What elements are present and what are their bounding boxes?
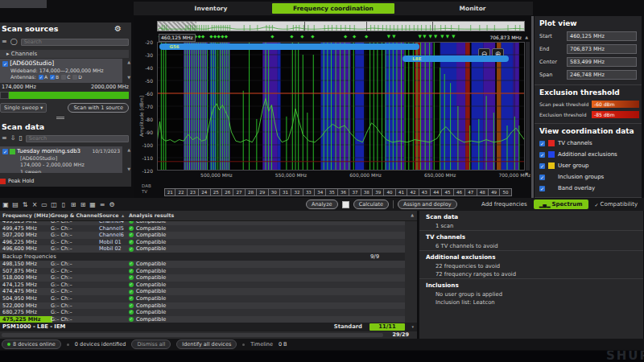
frequency-marker-diamond-icon[interactable]: ◆ [311,34,314,39]
field-value[interactable]: 246,748 MHz [567,70,637,80]
frequency-marker-triangle-icon[interactable]: ▼ [440,34,444,39]
import-icon[interactable]: ⇩ [10,134,16,142]
frequency-marker-diamond-icon[interactable]: ◆ [197,34,200,39]
frequency-marker-diamond-icon[interactable]: ◆ [365,34,368,39]
frequency-marker-diamond-icon[interactable]: ◆ [270,34,274,39]
table-row[interactable]: 498,150 MHzG:– Ch:–✓Compatible [0,261,405,268]
detail-tab-compatibility[interactable]: ✓Compatibility [595,201,638,208]
plot-scroll-down-icon[interactable]: ▼ [525,171,528,176]
frequency-marker-triangle-icon[interactable]: ▼ [387,34,390,39]
coordination-checkbox[interactable]: ✓ [539,175,545,180]
table-row[interactable]: 496,225 MHzG:– Ch:–Mobil 01✓Compatible [0,239,405,246]
window-left-icon[interactable]: ⊞ [69,200,77,209]
frequency-marker-diamond-icon[interactable]: ◆ [353,34,356,39]
scan-button[interactable]: Scan with 1 source [68,103,129,113]
frequency-marker-diamond-icon[interactable]: ◆ [209,34,213,39]
table-row[interactable]: 680,275 MHzG:– Ch:–✓Compatible [0,309,405,316]
field-value[interactable]: 583,499 MHz [567,57,637,67]
field-value[interactable]: 460,125 MHz [567,31,637,41]
band-overlay-bar[interactable]: G56 [159,43,419,50]
frequency-marker-diamond-icon[interactable]: ◆ [344,34,347,39]
scan-source-device-item[interactable]: ✓ [AD600Studio] Wideband: 174,000—2,000,… [0,59,122,83]
scan-sources-settings-icon[interactable]: ⚙ [114,24,122,33]
col-group-channel[interactable]: Group & Channel [51,211,99,220]
sweep-mode-dropdown[interactable]: Single sweep ▾ [0,103,47,113]
menu-icon[interactable]: ≡ [2,134,7,142]
calculate-button[interactable]: Calculate [353,200,389,209]
table-row[interactable]: 474,125 MHzG:– Ch:–✓Compatible [0,282,405,289]
save-icon[interactable]: ◫ [50,200,58,209]
frequency-marker-triangle-icon[interactable]: ▼ [446,34,449,39]
tree-item-channels[interactable]: ▸ Channels [0,50,129,58]
dismiss-all-button[interactable]: Dismiss all [131,339,171,349]
list-icon[interactable]: ≡ [98,200,106,209]
coordination-checkbox[interactable]: ✓ [539,186,545,191]
coordination-item[interactable]: ✓Additional exclusions [535,149,642,160]
frequency-marker-diamond-icon[interactable]: ◆ [221,34,224,39]
table-hscrollbar[interactable] [2,333,383,337]
frequency-marker-triangle-icon[interactable]: ▼ [429,34,432,39]
table-row[interactable]: 496,600 MHzG:– Ch:–Mobil 02✓Compatible [0,245,405,253]
threshold-value-bar[interactable]: -60 dBm [592,101,639,108]
tab-inventory[interactable]: Inventory [163,5,259,12]
col-frequency[interactable]: Frequency (MHz) [2,211,51,220]
scan-file-checkbox[interactable]: ✓ [2,149,8,154]
column-icon[interactable]: ▯ [60,200,68,209]
delete-icon[interactable]: ▯ [19,134,22,142]
plot-scroll-up-icon[interactable]: ▲ [525,35,528,39]
assign-deploy-button[interactable]: Assign and deploy [398,200,457,209]
scroll-down-icon[interactable]: ▼ [127,167,130,171]
tab-frequency-coordination[interactable]: Frequency coordination [272,3,394,14]
frequency-marker-triangle-icon[interactable]: ▼ [392,34,395,39]
threshold-value-bar[interactable]: -85 dBm [592,111,639,118]
col-source[interactable]: Source [99,211,118,220]
panel-scrollbar[interactable] [531,16,534,198]
field-value[interactable]: 706,873 MHz [567,44,637,54]
coordination-item[interactable]: ✓Inclusion groups [535,171,642,183]
grid-icon[interactable]: ▦ [89,200,97,209]
antenna-toggle[interactable]: ✓C [61,74,70,81]
table-row[interactable]: 507,200 MHzG:– Ch:–Channel6✓Compatible [0,232,405,239]
table-scroll-up-icon[interactable]: ▲ [411,212,414,217]
progress-handle[interactable] [0,92,9,99]
plot-scrollbar[interactable] [526,42,530,171]
identify-all-button[interactable]: Identify all devices [176,339,237,349]
frequency-marker-diamond-icon[interactable]: ◆ [217,34,221,39]
antenna-toggle[interactable]: ✓B [50,74,59,81]
coordination-checkbox[interactable]: ✓ [539,152,545,158]
coordination-item[interactable]: ✓TV channels [535,138,642,149]
detail-tab-spectrum[interactable]: ▂▅▂Spectrum [534,200,588,209]
coordination-checkbox[interactable]: ✓ [539,141,545,146]
settings-icon[interactable]: ⚙ [108,200,116,209]
detail-tab-add-frequencies[interactable]: Add frequencies [481,201,527,208]
band-overlay-bar[interactable]: L8E [402,56,508,62]
lock-icon[interactable]: ▣ [2,200,10,209]
table-group-header-backup[interactable]: Backup frequencies9/9 [0,253,405,261]
devices-online-pill[interactable]: 8 devices online [2,339,61,349]
frequency-marker-diamond-icon[interactable]: ◆ [213,34,217,39]
analyze-button[interactable]: Analyze [306,200,338,209]
frequency-marker-diamond-icon[interactable]: ◆ [300,34,303,39]
tab-monitor[interactable]: Monitor [428,5,517,12]
table-footer-group[interactable]: PSM1000 - L8E - IEM Standard 11/11 ▾ [0,323,417,331]
table-row[interactable]: 504,950 MHzG:– Ch:–✓Compatible [0,295,405,302]
folder-icon[interactable]: ▭ [40,200,48,209]
scroll-up-icon[interactable]: ▲ [127,148,130,152]
frequency-marker-triangle-icon[interactable]: ▼ [452,34,455,39]
frequency-marker-diamond-icon[interactable]: ◆ [290,34,293,39]
frequency-marker-triangle-icon[interactable]: ▼ [434,34,437,39]
scan-sources-search-input[interactable] [21,39,129,46]
table-row[interactable]: 474,475 MHzG:– Ch:–✓Compatible [0,288,405,295]
device-checkbox[interactable]: ✓ [2,61,8,67]
table-row[interactable]: 475,225 MHzG:– Ch:–✓Compatible [0,316,405,323]
scroll-up-icon[interactable]: ▲ [127,60,130,64]
clear-icon[interactable]: × [31,200,39,209]
coordination-checkbox[interactable]: ✓ [539,163,545,169]
antenna-toggle[interactable]: ✓D [72,74,82,81]
window-right-icon[interactable]: ⊞ [79,200,87,209]
frequency-marker-diamond-icon[interactable]: ◆ [225,34,228,39]
scroll-down-icon[interactable]: ▼ [127,76,130,80]
frequency-marker-diamond-icon[interactable]: ◆ [201,34,204,39]
antenna-toggle[interactable]: ✓A [39,74,47,81]
table-row[interactable]: 518,000 MHzG:– Ch:–✓Compatible [0,274,405,282]
